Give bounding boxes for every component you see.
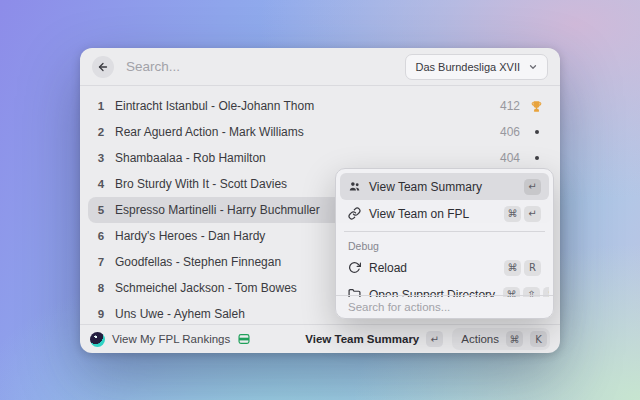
rank-dot-icon [529, 156, 544, 160]
team-title: Shambaalaa - Rob Hamilton [115, 151, 266, 165]
actions-menu-footer [336, 295, 553, 318]
key-badge: ⌘ [504, 260, 521, 276]
team-title: Rear Aguerd Action - Mark Williams [115, 125, 304, 139]
back-arrow-icon [97, 61, 109, 73]
team-title: Espresso Martinelli - Harry Buchmuller [115, 203, 320, 217]
team-title: Goodfellas - Stephen Finnegan [115, 255, 281, 269]
chevron-down-icon [528, 62, 538, 72]
team-title: Schmeichel Jackson - Tom Bowes [115, 281, 297, 295]
back-button[interactable] [92, 56, 114, 78]
team-rank: 2 [96, 126, 106, 138]
menu-section-label: Debug [340, 236, 549, 254]
team-rank: 7 [96, 256, 106, 268]
rankings-list-icon [237, 332, 251, 346]
menu-item-label: View Team Summary [369, 180, 482, 194]
reload-icon [348, 261, 361, 274]
actions-label: Actions [461, 333, 499, 345]
team-row[interactable]: 2Rear Aguerd Action - Mark Williams406 [88, 119, 552, 145]
team-rank: 5 [96, 204, 106, 216]
launcher-window: Das Burndesliga XVII 1Eintracht Istanbul… [80, 48, 560, 353]
menu-item-label: Reload [369, 261, 407, 275]
primary-action-button[interactable]: View Team Summary ↵ [305, 331, 443, 347]
command-title: View My FPL Rankings [112, 333, 230, 345]
enter-key-badge: ↵ [426, 331, 443, 347]
team-icon [348, 180, 361, 193]
menu-item-label: View Team on FPL [369, 207, 469, 221]
team-rank: 1 [96, 100, 106, 112]
link-icon [348, 207, 361, 220]
actions-menu-list: View Team Summary↵View Team on FPL⌘↵Debu… [340, 173, 549, 297]
menu-divider [344, 231, 545, 232]
league-dropdown-value: Das Burndesliga XVII [415, 61, 520, 73]
menu-item-view-team-summary[interactable]: View Team Summary↵ [340, 173, 549, 200]
team-rank: 8 [96, 282, 106, 294]
key-badge: ↵ [524, 206, 541, 222]
key-badge: ⌘ [504, 206, 521, 222]
menu-item-reload[interactable]: Reload⌘R [340, 254, 549, 281]
actions-button[interactable]: Actions ⌘ K [452, 328, 550, 350]
search-input[interactable] [124, 58, 395, 75]
team-rank: 9 [96, 308, 106, 320]
team-rank: 4 [96, 178, 106, 190]
menu-item-view-team-on-fpl[interactable]: View Team on FPL⌘↵ [340, 200, 549, 227]
rank-dot-icon [529, 130, 544, 134]
team-points: 406 [500, 125, 520, 139]
key-badge: ↵ [524, 179, 541, 195]
team-rank: 3 [96, 152, 106, 164]
status-bar: View My FPL Rankings View Team Summary ↵… [80, 324, 560, 353]
league-dropdown[interactable]: Das Burndesliga XVII [405, 54, 548, 80]
menu-item-shortcut: ⌘R [504, 260, 541, 276]
menu-item-shortcut: ↵ [524, 179, 541, 195]
cmd-key-badge: ⌘ [506, 331, 523, 347]
status-bar-right: View Team Summary ↵ Actions ⌘ K [305, 328, 550, 350]
actions-search-input[interactable] [346, 300, 543, 314]
primary-action-label: View Team Summary [305, 333, 419, 345]
trophy-icon [529, 100, 544, 113]
team-points: 412 [500, 99, 520, 113]
team-points: 404 [500, 151, 520, 165]
team-row[interactable]: 1Eintracht Istanbul - Ole-Johann Thom412 [88, 93, 552, 119]
k-key-badge: K [530, 331, 547, 347]
team-rank: 6 [96, 230, 106, 242]
team-title: Uns Uwe - Ayhem Saleh [115, 307, 245, 321]
top-bar: Das Burndesliga XVII [80, 48, 560, 86]
team-title: Hardy's Heroes - Dan Hardy [115, 229, 265, 243]
team-title: Bro Sturdy With It - Scott Davies [115, 177, 287, 191]
fpl-logo-icon [90, 332, 105, 347]
key-badge: R [524, 260, 541, 276]
desktop-background: Das Burndesliga XVII 1Eintracht Istanbul… [0, 0, 640, 400]
menu-item-shortcut: ⌘↵ [504, 206, 541, 222]
team-title: Eintracht Istanbul - Ole-Johann Thom [115, 99, 314, 113]
actions-menu-panel: View Team Summary↵View Team on FPL⌘↵Debu… [335, 168, 554, 319]
